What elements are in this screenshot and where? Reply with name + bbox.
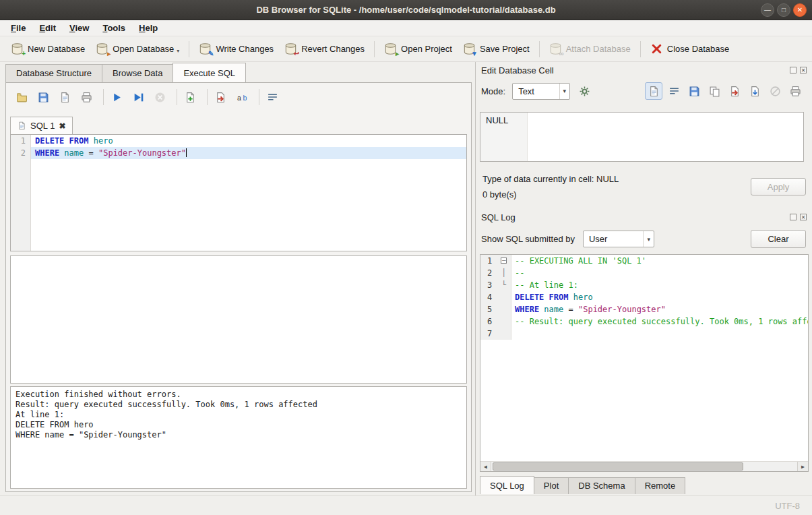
menu-edit[interactable]: Edit <box>32 20 63 36</box>
results-pane <box>10 255 467 384</box>
toolbar-open-project[interactable]: ▸Open Project <box>379 39 458 59</box>
execute-all-icon[interactable] <box>108 88 125 106</box>
save-sql-as-icon[interactable] <box>56 88 73 106</box>
apply-button[interactable]: Apply <box>751 178 806 195</box>
dock-tab-bar: SQL LogPlotDB SchemaRemote <box>480 477 685 494</box>
sql-tab-close-icon[interactable]: ✖ <box>59 121 65 131</box>
sql-tab[interactable]: SQL 1 ✖ <box>10 117 73 134</box>
scrollbar-track[interactable] <box>491 462 797 471</box>
set-null-icon <box>766 82 784 100</box>
log-filter-value: User <box>589 234 607 244</box>
save-project-icon: ▼ <box>463 42 476 55</box>
sql-log-view[interactable]: 1−-- EXECUTING ALL IN 'SQL 1'2│--3└-- At… <box>480 254 809 472</box>
cell-editor[interactable]: NULL <box>480 112 804 162</box>
word-wrap-icon[interactable] <box>263 88 281 106</box>
line-number: 1 <box>11 135 31 147</box>
toolbar-new-database[interactable]: +New Database <box>5 39 90 59</box>
dock-tab-sql-log[interactable]: SQL Log <box>480 476 534 494</box>
status-bar: UTF-8 <box>0 495 812 515</box>
log-line: 4DELETE FROM hero <box>480 291 808 303</box>
float-dock-icon[interactable] <box>790 67 797 73</box>
line-number: 2 <box>480 267 497 279</box>
format-sql-icon[interactable]: ab <box>233 88 251 106</box>
dock-tab-remote[interactable]: Remote <box>635 477 686 494</box>
code-line: 2WHERE name = "Spider-Youngster" <box>11 147 466 159</box>
log-line: 3└-- At line 1: <box>480 279 808 291</box>
line-number: 5 <box>480 303 497 315</box>
fold-marker-icon <box>497 291 511 303</box>
export-data-icon[interactable] <box>726 82 743 100</box>
copy-data-icon[interactable] <box>706 82 723 100</box>
dock-tab-plot[interactable]: Plot <box>534 477 569 494</box>
attach-database-icon: ∞ <box>549 42 562 55</box>
toolbar-close-database[interactable]: Close Database <box>645 39 735 59</box>
log-line: 1−-- EXECUTING ALL IN 'SQL 1' <box>480 255 808 267</box>
cell-value: NULL <box>486 115 508 125</box>
scroll-right-icon[interactable]: ▶ <box>797 462 808 471</box>
print-cell-icon[interactable] <box>786 82 804 100</box>
line-number: 4 <box>480 291 497 303</box>
tab-browse-data[interactable]: Browse Data <box>102 64 173 82</box>
maximize-button[interactable]: □ <box>777 3 790 17</box>
float-dock-icon[interactable] <box>790 214 797 220</box>
export-results-icon[interactable] <box>212 88 229 106</box>
close-dock-icon[interactable]: ✕ <box>800 214 807 220</box>
menu-help[interactable]: Help <box>132 20 164 36</box>
open-new-tab-icon[interactable] <box>181 88 199 106</box>
auto-switch-mode-icon[interactable] <box>575 82 593 100</box>
log-horizontal-scrollbar[interactable]: ◀ ▶ <box>480 461 808 471</box>
menu-view[interactable]: View <box>63 20 96 36</box>
clear-log-button[interactable]: Clear <box>751 230 806 248</box>
svg-text:a: a <box>237 93 241 101</box>
main-toolbar: +New Database▸Open Database▾✎Write Chang… <box>0 36 812 62</box>
mode-combobox[interactable]: Text ▾ <box>512 83 570 100</box>
edit-cell-title: Edit Database Cell <box>481 65 790 75</box>
mode-label: Mode: <box>481 86 505 96</box>
tab-execute-sql[interactable]: Execute SQL <box>173 63 246 82</box>
window-title: DB Browser for SQLite - /home/user/code/… <box>256 5 555 15</box>
mode-value: Text <box>518 86 534 96</box>
close-window-button[interactable]: ✕ <box>793 3 807 17</box>
encoding-label: UTF-8 <box>775 501 800 511</box>
minimize-button[interactable]: ― <box>761 3 774 17</box>
log-filter-row: Show SQL submitted by User ▾ <box>481 230 654 248</box>
save-as-file-icon[interactable] <box>746 82 763 100</box>
open-database-icon: ▸ <box>96 42 108 55</box>
right-panel: Edit Database Cell ✕ Mode: Text ▾ NULL <box>475 62 812 495</box>
app-window: DB Browser for SQLite - /home/user/code/… <box>0 0 812 515</box>
sql-editor-toolbar: ab <box>13 88 285 106</box>
fold-collapse-icon[interactable]: − <box>501 258 507 264</box>
log-line: 6-- Result: query executed successfully.… <box>480 315 808 328</box>
word-wrap-cell-icon[interactable] <box>665 82 683 100</box>
dock-tab-db-schema[interactable]: DB Schema <box>568 477 635 494</box>
toolbar-save-project[interactable]: ▼Save Project <box>458 39 535 59</box>
fold-marker-icon: └ <box>497 279 511 291</box>
text-mode-icon[interactable] <box>645 82 662 100</box>
save-sql-file-icon[interactable] <box>34 88 52 106</box>
line-number: 3 <box>480 279 497 291</box>
toolbar-write-changes[interactable]: ✎Write Changes <box>193 39 279 59</box>
text-cursor <box>186 148 187 157</box>
sql-editor[interactable]: 1DELETE FROM hero2WHERE name = "Spider-Y… <box>10 134 467 251</box>
scrollbar-thumb[interactable] <box>493 462 743 471</box>
tab-database-structure[interactable]: Database Structure <box>5 64 102 82</box>
open-sql-file-icon[interactable] <box>13 88 30 106</box>
menu-tools[interactable]: Tools <box>96 20 132 36</box>
main-area: Database StructureBrowse DataExecute SQL… <box>0 62 812 495</box>
window-titlebar: DB Browser for SQLite - /home/user/code/… <box>0 0 812 20</box>
close-dock-icon[interactable]: ✕ <box>800 67 807 73</box>
main-tab-strip: Database StructureBrowse DataExecute SQL <box>5 64 245 82</box>
print-sql-icon[interactable] <box>77 88 95 106</box>
fold-marker-icon <box>497 315 511 328</box>
fold-marker-icon: − <box>497 255 511 267</box>
log-line: 5WHERE name = "Spider-Youngster" <box>480 303 808 315</box>
scroll-left-icon[interactable]: ◀ <box>480 462 491 471</box>
menu-file[interactable]: File <box>4 20 32 36</box>
line-number: 1 <box>480 255 497 267</box>
log-filter-combobox[interactable]: User ▾ <box>583 231 654 247</box>
import-data-icon[interactable] <box>685 82 703 100</box>
left-panel: Database StructureBrowse DataExecute SQL… <box>0 62 475 495</box>
toolbar-revert-changes[interactable]: ↩Revert Changes <box>279 39 370 59</box>
execute-current-line-icon[interactable] <box>129 88 147 106</box>
toolbar-open-database[interactable]: ▸Open Database▾ <box>90 39 185 59</box>
